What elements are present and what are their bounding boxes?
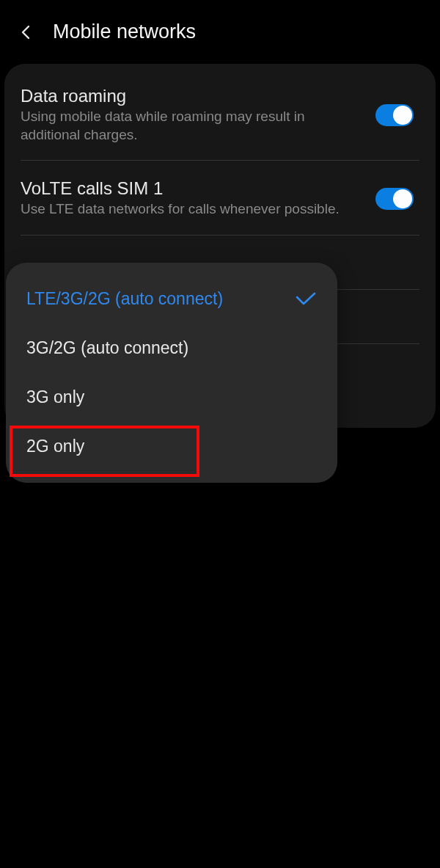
setting-desc: Use LTE data networks for calls whenever… [21,200,364,219]
setting-text: VoLTE calls SIM 1 Use LTE data networks … [21,178,364,219]
toggle-knob [393,189,412,208]
setting-desc: Using mobile data while roaming may resu… [21,108,364,144]
toggle-volte[interactable] [375,188,414,210]
dropdown-option-3g-only[interactable]: 3G only [6,373,337,422]
setting-text: Data roaming Using mobile data while roa… [21,86,364,144]
setting-title: Data roaming [21,86,364,106]
dropdown-option-lte-3g-2g[interactable]: LTE/3G/2G (auto connect) [6,274,337,324]
option-label: 3G only [26,387,84,407]
back-icon[interactable] [18,23,35,41]
setting-title: VoLTE calls SIM 1 [21,178,364,199]
dropdown-option-3g-2g[interactable]: 3G/2G (auto connect) [6,324,337,373]
setting-volte[interactable]: VoLTE calls SIM 1 Use LTE data networks … [4,161,436,235]
option-label: LTE/3G/2G (auto connect) [26,289,223,309]
header: Mobile networks [0,0,440,58]
toggle-knob [393,106,412,125]
checkmark-icon [295,292,317,307]
option-label: 3G/2G (auto connect) [26,338,188,358]
option-label: 2G only [26,437,84,456]
network-mode-dropdown: LTE/3G/2G (auto connect) 3G/2G (auto con… [6,263,337,483]
toggle-data-roaming[interactable] [375,104,414,126]
setting-data-roaming[interactable]: Data roaming Using mobile data while roa… [4,68,436,160]
dropdown-option-2g-only[interactable]: 2G only [6,422,337,471]
page-title: Mobile networks [53,21,196,43]
